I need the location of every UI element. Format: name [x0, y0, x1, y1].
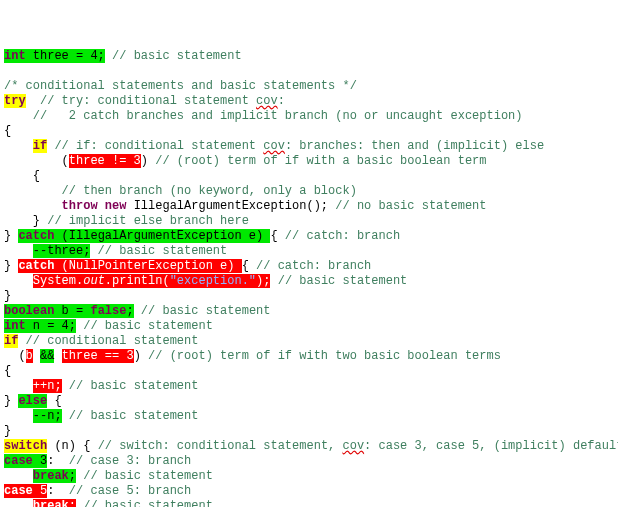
line: case 5: // case 5: branch: [4, 484, 191, 498]
line: break; // basic statement: [4, 469, 213, 483]
line: }: [4, 289, 11, 303]
code-block: int three = 4; // basic statement /* con…: [4, 34, 614, 507]
line: } else {: [4, 394, 62, 408]
line: int n = 4; // basic statement: [4, 319, 213, 333]
line: // then branch (no keyword, only a block…: [4, 184, 357, 198]
line: } catch (IllegalArgumentException e) { /…: [4, 229, 400, 243]
line: (b && three == 3) // (root) term of if w…: [4, 349, 501, 363]
line: {: [4, 364, 11, 378]
line: // 2 catch branches and implicit branch …: [4, 109, 522, 123]
line: } catch (NullPointerException e) { // ca…: [4, 259, 371, 273]
line: System.out.println("exception."); // bas…: [4, 274, 407, 288]
line: } // implicit else branch here: [4, 214, 249, 228]
line: {: [4, 169, 40, 183]
line: if // conditional statement: [4, 334, 198, 348]
line: case 3: // case 3: branch: [4, 454, 191, 468]
line: (three != 3) // (root) term of if with a…: [4, 154, 487, 168]
line: ++n; // basic statement: [4, 379, 198, 393]
line: int three = 4; // basic statement: [4, 49, 242, 63]
line: /* conditional statements and basic stat…: [4, 79, 357, 93]
line: }: [4, 424, 11, 438]
line: throw new IllegalArgumentException(); //…: [4, 199, 487, 213]
line: switch (n) { // switch: conditional stat…: [4, 439, 618, 453]
line: --three; // basic statement: [4, 244, 227, 258]
line: {: [4, 124, 11, 138]
line: boolean b = false; // basic statement: [4, 304, 270, 318]
line: try // try: conditional statement cov:: [4, 94, 285, 108]
line: break; // basic statement: [4, 499, 213, 507]
line: --n; // basic statement: [4, 409, 198, 423]
line: if // if: conditional statement cov: bra…: [4, 139, 544, 153]
